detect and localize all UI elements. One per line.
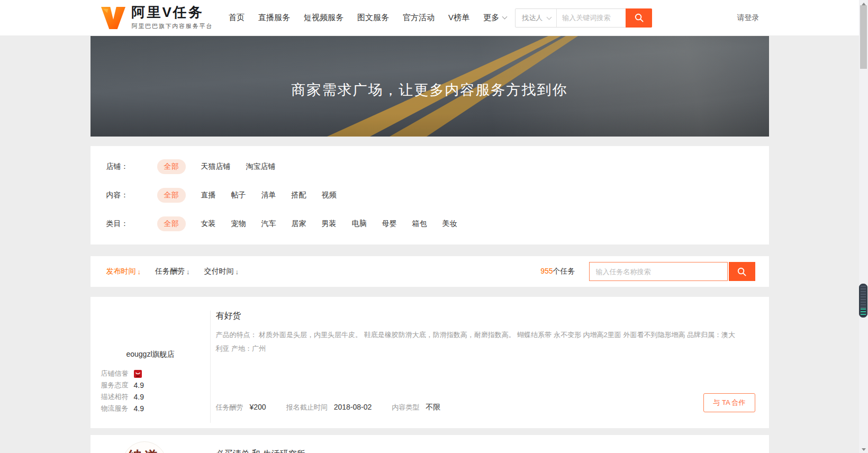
filter-option-all[interactable]: 全部: [157, 159, 186, 174]
filter-row-content: 内容： 全部 直播 帖子 清单 搭配 视频: [106, 181, 753, 210]
task-count-suffix: 个任务: [553, 267, 575, 275]
filter-row-shop: 店铺： 全部 天猫店铺 淘宝店铺: [106, 152, 753, 181]
store-info-panel: 绅道: [91, 435, 211, 453]
chevron-down-icon: [502, 14, 508, 20]
login-link[interactable]: 请登录: [737, 13, 760, 23]
filter-label: 内容：: [106, 191, 144, 200]
filter-option[interactable]: 电脑: [352, 219, 367, 229]
nav-link-official[interactable]: 官方活动: [403, 13, 435, 23]
cooperate-button[interactable]: 与 TA 合作: [703, 393, 755, 412]
hero-banner: 商家需求广场，让更多内容服务方找到你: [91, 36, 769, 137]
triangle-down-icon: [862, 448, 866, 451]
task-description: 产品的特点： 材质外面是头层，内里头层牛皮。 鞋底是橡胶防滑大底，防滑指数高，耐…: [216, 328, 739, 356]
avatar-text: 绅道: [123, 447, 166, 453]
site-logo[interactable]: 阿里V任务 阿里巴巴旗下内容服务平台: [100, 5, 213, 30]
chevron-down-icon: [547, 14, 552, 20]
nav-more-label: 更多: [483, 13, 499, 23]
filter-option[interactable]: 天猫店铺: [201, 162, 231, 171]
task-card: eouggzl旗舰店 店铺信誉 服务态度 4.9 描: [91, 297, 769, 428]
top-nav: 阿里V任务 阿里巴巴旗下内容服务平台 首页 直播服务 短视频服务 图文服务 官方…: [0, 0, 859, 36]
meta-value: 2018-08-02: [334, 403, 372, 411]
search-category-label: 找达人: [522, 13, 542, 23]
meta-value: 不限: [426, 403, 440, 412]
sort-publish-time[interactable]: 发布时间 ↓: [106, 267, 141, 276]
filter-option[interactable]: 清单: [261, 191, 276, 200]
task-search-input[interactable]: [589, 262, 728, 281]
reputation-label: 店铺信誉: [101, 368, 129, 379]
keyword-search-input[interactable]: [557, 9, 626, 27]
filter-label: 店铺：: [106, 162, 144, 171]
meta-content-type: 内容类型 不限: [392, 403, 440, 412]
task-count: 955个任务: [540, 267, 575, 276]
search-icon: [634, 13, 644, 23]
task-title[interactable]: 有好货: [216, 311, 241, 322]
sort-toolbar: 发布时间 ↓ 任务酬劳 ↓ 交付时间 ↓ 955个任务: [91, 256, 769, 287]
filter-option[interactable]: 汽车: [261, 219, 276, 229]
keyword-search-button[interactable]: [626, 8, 652, 28]
meta-label: 内容类型: [392, 403, 419, 412]
filter-option-all[interactable]: 全部: [157, 188, 186, 203]
task-search-button[interactable]: [729, 262, 755, 281]
task-count-number: 955: [540, 267, 553, 275]
rating-label: 描述相符: [101, 391, 129, 403]
nav-inner: 阿里V任务 阿里巴巴旗下内容服务平台 首页 直播服务 短视频服务 图文服务 官方…: [91, 0, 769, 35]
filter-option-all[interactable]: 全部: [157, 216, 186, 231]
meta-value: ¥200: [250, 403, 266, 411]
nav-link-shortvideo[interactable]: 短视频服务: [304, 13, 343, 23]
task-main: 有好货 产品的特点： 材质外面是头层，内里头层牛皮。 鞋底是橡胶防滑大底，防滑指…: [211, 297, 769, 428]
task-title[interactable]: 必买清单 和 生活研究所: [216, 449, 305, 453]
search-category-dropdown[interactable]: 找达人: [516, 9, 557, 27]
meta-label: 报名截止时间: [286, 403, 328, 412]
triangle-up-icon: [862, 3, 866, 5]
nav-more-menu[interactable]: 更多: [483, 13, 507, 23]
filter-option[interactable]: 男装: [322, 219, 337, 229]
arrow-down-icon: ↓: [186, 268, 190, 276]
store-logo: [101, 313, 211, 350]
filter-row-category: 类目： 全部 女装 宠物 汽车 居家 男装 电脑 母婴 箱包 美妆: [106, 210, 753, 238]
scrollbar-thumb[interactable]: [860, 5, 867, 69]
task-main: 必买清单 和 生活研究所 绅道衣品 2013年入驻天猫 专注男士西裤，此款版型 …: [211, 435, 769, 453]
page: 阿里V任务 阿里巴巴旗下内容服务平台 首页 直播服务 短视频服务 图文服务 官方…: [0, 0, 868, 453]
arrow-down-icon: ↓: [236, 268, 239, 276]
logo-v-icon: [100, 6, 126, 30]
rating-value: 4.9: [134, 391, 144, 403]
filter-option[interactable]: 淘宝店铺: [246, 162, 276, 171]
sort-delivery-time[interactable]: 交付时间 ↓: [204, 267, 239, 276]
store-name: eouggzl旗舰店: [101, 350, 200, 359]
store-reputation-row: 店铺信誉: [101, 368, 211, 379]
filter-options: 全部 女装 宠物 汽车 居家 男装 电脑 母婴 箱包 美妆: [157, 216, 457, 231]
filter-option[interactable]: 母婴: [382, 219, 397, 229]
tmall-badge-icon: [134, 370, 142, 378]
filter-option[interactable]: 视频: [322, 191, 337, 200]
nav-link-graphic[interactable]: 图文服务: [357, 13, 389, 23]
rating-value: 4.9: [134, 379, 144, 391]
filter-option[interactable]: 搭配: [292, 191, 306, 200]
scrollbar[interactable]: [859, 0, 868, 453]
filter-option[interactable]: 美妆: [442, 219, 457, 229]
meta-label: 任务酬劳: [216, 403, 243, 412]
filter-options: 全部 直播 帖子 清单 搭配 视频: [157, 188, 337, 203]
filter-option[interactable]: 居家: [292, 219, 306, 229]
floating-extension-widget[interactable]: [859, 284, 867, 318]
filter-option[interactable]: 女装: [201, 219, 216, 229]
filter-option[interactable]: 箱包: [412, 219, 427, 229]
filter-option[interactable]: 帖子: [231, 191, 246, 200]
filter-option[interactable]: 直播: [201, 191, 216, 200]
sort-label: 发布时间: [106, 267, 136, 276]
nav-link-live[interactable]: 直播服务: [258, 13, 290, 23]
nav-link-home[interactable]: 首页: [229, 13, 245, 23]
sort-buttons: 发布时间 ↓ 任务酬劳 ↓ 交付时间 ↓: [106, 267, 239, 276]
sort-reward[interactable]: 任务酬劳 ↓: [155, 267, 190, 276]
filter-panel: 店铺： 全部 天猫店铺 淘宝店铺 内容： 全部 直播 帖子 清单 搭配: [91, 146, 769, 244]
nav-link-ranking[interactable]: V榜单: [448, 13, 469, 23]
meta-reward: 任务酬劳 ¥200: [216, 403, 266, 412]
banner-title: 商家需求广场，让更多内容服务方找到你: [91, 80, 769, 99]
logo-text: 阿里V任务 阿里巴巴旗下内容服务平台: [132, 5, 213, 30]
scrollbar-down-arrow[interactable]: [859, 446, 868, 453]
task-search-box: [589, 262, 755, 281]
rating-label: 物流服务: [101, 403, 129, 414]
rating-label: 服务态度: [101, 379, 129, 391]
filter-option[interactable]: 宠物: [231, 219, 246, 229]
store-avatar: 绅道: [122, 441, 167, 453]
main-area: 阿里V任务 阿里巴巴旗下内容服务平台 首页 直播服务 短视频服务 图文服务 官方…: [0, 0, 859, 453]
